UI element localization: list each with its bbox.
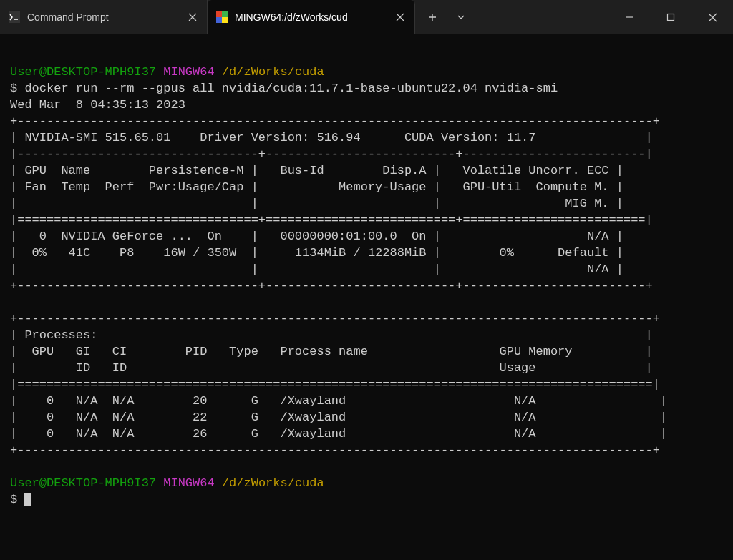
prompt-path: /d/zWorks/cuda (222, 65, 324, 79)
nvidia-smi-output: +---------------------------------------… (10, 114, 667, 457)
tab-mingw[interactable]: MINGW64:/d/zWorks/cud (208, 0, 415, 34)
prompt-user: User@DESKTOP-MPH9I37 (10, 476, 156, 490)
terminal-output[interactable]: User@DESKTOP-MPH9I37 MINGW64 /d/zWorks/c… (0, 34, 733, 560)
title-bar: Command Prompt MINGW64:/d/zWorks/cud (0, 0, 733, 34)
tab-close-button[interactable] (394, 11, 406, 23)
tab-close-button[interactable] (187, 11, 198, 23)
cmd-icon (9, 11, 20, 23)
tab-strip: Command Prompt MINGW64:/d/zWorks/cud (0, 0, 608, 34)
tab-dropdown-button[interactable] (447, 0, 475, 34)
mingw-icon (216, 11, 228, 23)
prompt-sys: MINGW64 (163, 476, 214, 490)
prompt-path: /d/zWorks/cuda (222, 476, 324, 490)
window-controls (608, 0, 733, 34)
svg-rect-2 (222, 11, 228, 17)
svg-rect-4 (222, 17, 228, 23)
tab-label: MINGW64:/d/zWorks/cud (235, 11, 387, 23)
svg-rect-1 (216, 11, 222, 17)
svg-rect-0 (9, 11, 20, 23)
new-tab-button[interactable] (418, 0, 447, 34)
cursor (24, 493, 31, 506)
terminal-content: User@DESKTOP-MPH9I37 MINGW64 /d/zWorks/c… (10, 47, 723, 508)
minimize-button[interactable] (608, 0, 650, 34)
prompt-user: User@DESKTOP-MPH9I37 (10, 65, 156, 79)
close-button[interactable] (691, 0, 733, 34)
tab-label: Command Prompt (27, 11, 180, 23)
output-timestamp: Wed Mar 8 04:35:13 2023 (10, 98, 185, 112)
tab-command-prompt[interactable]: Command Prompt (0, 0, 208, 34)
svg-rect-5 (668, 14, 674, 21)
prompt-dollar: $ (10, 493, 24, 506)
command-line: $ docker run --rm --gpus all nvidia/cuda… (10, 82, 558, 95)
maximize-button[interactable] (650, 0, 691, 34)
svg-rect-3 (216, 17, 222, 23)
prompt-sys: MINGW64 (163, 65, 214, 79)
